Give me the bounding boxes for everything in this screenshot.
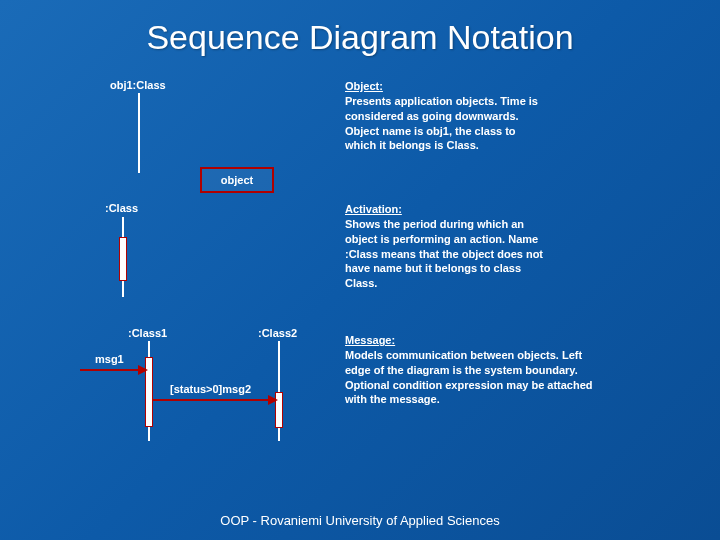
lifeline-obj1 [138, 93, 140, 173]
footer-text: OOP - Rovaniemi University of Applied Sc… [0, 513, 720, 528]
desc-object-head: Object: [345, 79, 545, 94]
label-msg2: [status>0]msg2 [170, 383, 251, 395]
desc-activation-body: Shows the period during which an object … [345, 218, 543, 289]
label-class: :Class [105, 202, 138, 214]
label-obj1: obj1:Class [110, 79, 166, 91]
page-title: Sequence Diagram Notation [0, 0, 720, 57]
desc-message-head: Message: [345, 333, 605, 348]
desc-message-body: Models communication between objects. Le… [345, 349, 593, 406]
arrow-msg2-head [268, 395, 278, 405]
object-box-label: object [221, 174, 253, 186]
desc-object: Object: Presents application objects. Ti… [345, 79, 545, 153]
desc-object-body: Presents application objects. Time is co… [345, 95, 538, 152]
arrow-msg1 [80, 369, 140, 371]
label-class2: :Class2 [258, 327, 297, 339]
label-msg1: msg1 [95, 353, 124, 365]
label-class1: :Class1 [128, 327, 167, 339]
desc-activation: Activation: Shows the period during whic… [345, 202, 555, 291]
activation-bar [119, 237, 127, 281]
arrow-msg1-head [138, 365, 148, 375]
arrow-msg2 [153, 399, 270, 401]
object-box: object [200, 167, 274, 193]
diagram-area: obj1:Class object Object: Presents appli… [0, 57, 720, 517]
desc-activation-head: Activation: [345, 202, 555, 217]
desc-message: Message: Models communication between ob… [345, 333, 605, 407]
